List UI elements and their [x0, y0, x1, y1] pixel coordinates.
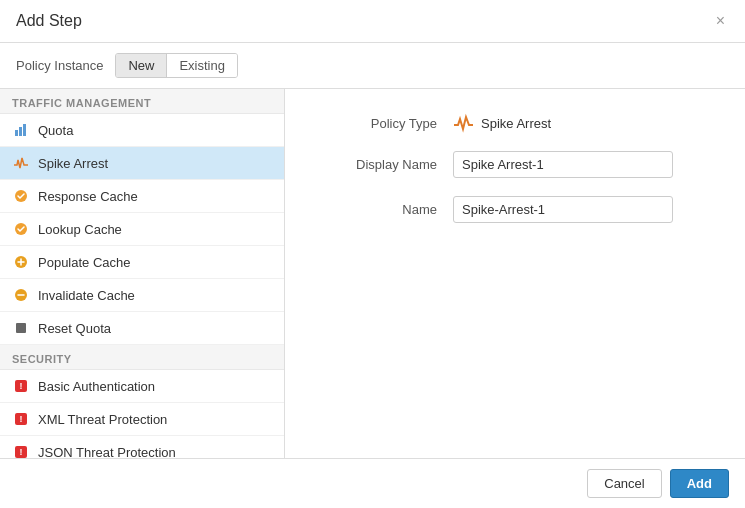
- sidebar-item-spike-arrest[interactable]: Spike Arrest: [0, 147, 284, 180]
- svg-rect-0: [15, 130, 18, 136]
- sidebar-item-quota-label: Quota: [38, 123, 73, 138]
- sidebar-item-json-threat[interactable]: ! JSON Threat Protection: [0, 436, 284, 458]
- svg-rect-2: [23, 124, 26, 136]
- svg-rect-7: [16, 323, 26, 333]
- sidebar-item-invalidate-cache-label: Invalidate Cache: [38, 288, 135, 303]
- xml-threat-icon: !: [12, 410, 30, 428]
- svg-rect-1: [19, 127, 22, 136]
- policy-type-value: Spike Arrest: [481, 116, 551, 131]
- display-name-input[interactable]: [453, 151, 673, 178]
- sidebar-item-response-cache[interactable]: Response Cache: [0, 180, 284, 213]
- sidebar-item-populate-cache-label: Populate Cache: [38, 255, 131, 270]
- sidebar-item-quota[interactable]: Quota: [0, 114, 284, 147]
- policy-instance-label: Policy Instance: [16, 58, 103, 73]
- sidebar-item-invalidate-cache[interactable]: Invalidate Cache: [0, 279, 284, 312]
- reset-quota-icon: [12, 319, 30, 337]
- add-button[interactable]: Add: [670, 469, 729, 498]
- dialog-body: Traffic Management Quota Spike Arrest Re…: [0, 89, 745, 458]
- dialog-header: Add Step ×: [0, 0, 745, 43]
- new-toggle-button[interactable]: New: [116, 54, 166, 77]
- sidebar-item-response-cache-label: Response Cache: [38, 189, 138, 204]
- close-button[interactable]: ×: [712, 13, 729, 29]
- populate-cache-icon: [12, 253, 30, 271]
- quota-icon: [12, 121, 30, 139]
- json-threat-icon: !: [12, 443, 30, 458]
- basic-auth-icon: !: [12, 377, 30, 395]
- policy-type-row: Policy Type Spike Arrest: [317, 113, 713, 133]
- sidebar-item-xml-threat[interactable]: ! XML Threat Protection: [0, 403, 284, 436]
- name-input[interactable]: [453, 196, 673, 223]
- policy-instance-toggle: New Existing: [115, 53, 238, 78]
- svg-text:!: !: [20, 381, 23, 391]
- sidebar-item-basic-auth-label: Basic Authentication: [38, 379, 155, 394]
- svg-text:!: !: [20, 447, 23, 457]
- sidebar-item-reset-quota[interactable]: Reset Quota: [0, 312, 284, 345]
- add-step-dialog: Add Step × Policy Instance New Existing …: [0, 0, 745, 508]
- policy-type-display: Spike Arrest: [453, 113, 551, 133]
- sidebar-item-json-threat-label: JSON Threat Protection: [38, 445, 176, 459]
- sidebar-item-populate-cache[interactable]: Populate Cache: [0, 246, 284, 279]
- display-name-label: Display Name: [317, 157, 437, 172]
- svg-text:!: !: [20, 414, 23, 424]
- sidebar-item-spike-arrest-label: Spike Arrest: [38, 156, 108, 171]
- policy-type-spike-icon: [453, 113, 473, 133]
- sidebar-item-lookup-cache-label: Lookup Cache: [38, 222, 122, 237]
- response-cache-icon: [12, 187, 30, 205]
- invalidate-cache-icon: [12, 286, 30, 304]
- name-label: Name: [317, 202, 437, 217]
- display-name-row: Display Name: [317, 151, 713, 178]
- sidebar-item-lookup-cache[interactable]: Lookup Cache: [0, 213, 284, 246]
- dialog-title: Add Step: [16, 12, 82, 30]
- cancel-button[interactable]: Cancel: [587, 469, 661, 498]
- main-panel: Policy Type Spike Arrest Display Name Na…: [285, 89, 745, 458]
- security-section-header: Security: [0, 345, 284, 370]
- policy-instance-row: Policy Instance New Existing: [0, 43, 745, 89]
- lookup-cache-icon: [12, 220, 30, 238]
- spike-arrest-icon: [12, 154, 30, 172]
- sidebar-item-reset-quota-label: Reset Quota: [38, 321, 111, 336]
- policy-type-label: Policy Type: [317, 116, 437, 131]
- dialog-footer: Cancel Add: [0, 458, 745, 508]
- sidebar-item-xml-threat-label: XML Threat Protection: [38, 412, 167, 427]
- name-row: Name: [317, 196, 713, 223]
- traffic-section-header: Traffic Management: [0, 89, 284, 114]
- sidebar: Traffic Management Quota Spike Arrest Re…: [0, 89, 285, 458]
- existing-toggle-button[interactable]: Existing: [166, 54, 237, 77]
- sidebar-item-basic-auth[interactable]: ! Basic Authentication: [0, 370, 284, 403]
